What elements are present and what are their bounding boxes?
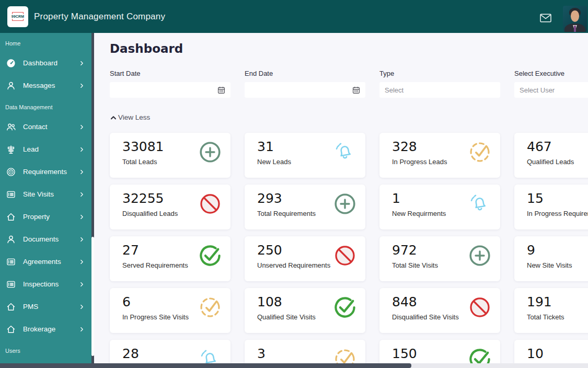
logo-bracket-bottom — [12, 19, 24, 21]
speedometer-icon — [6, 59, 17, 68]
progress-check-icon — [468, 140, 492, 164]
filter-type: TypeSelect — [379, 70, 500, 98]
filter-start-date: Start Date — [110, 70, 230, 98]
person-icon — [6, 81, 17, 90]
sidebar-item-dashboard[interactable]: Dashboard — [0, 52, 91, 74]
header-actions — [540, 2, 588, 32]
stat-card-qualified-leads: 467Qualified Leads — [514, 133, 588, 178]
stat-card-disqualified-leads: 32255Disqualified Leads — [110, 185, 230, 229]
sidebar-item-agreements[interactable]: Agreements — [0, 250, 91, 273]
card-list-icon — [6, 280, 17, 289]
signpost-icon — [6, 145, 17, 154]
filter-end-date: End Date — [245, 70, 365, 98]
horizontal-scrollbar-thumb[interactable] — [0, 363, 411, 368]
view-less-label: View Less — [118, 113, 150, 121]
stat-card-new-leads: 31New Leads — [245, 133, 365, 178]
sidebar-scrollbar-thumb[interactable] — [91, 237, 94, 356]
stat-card-total-tickets: 191Total Tickets — [514, 288, 588, 333]
sidebar-item-site-visits[interactable]: Site Visits — [0, 183, 91, 205]
avatar-face — [571, 10, 579, 22]
check-circle-icon — [333, 295, 357, 319]
sidebar-item-label: Agreements — [23, 258, 61, 266]
sidebar-item-brokerage[interactable]: Brokerage — [0, 318, 91, 340]
stat-value: 467 — [527, 140, 588, 155]
stat-label: Total Tickets — [527, 313, 588, 321]
stat-card-total-leads: 33081Total Leads — [110, 133, 230, 178]
ban-icon — [198, 192, 222, 216]
app-title: Property Management Company — [34, 12, 165, 22]
sidebar-section-label-data-management: Data Management — [0, 97, 91, 116]
sidebar-item-label: Contact — [23, 123, 48, 131]
stat-card-total-requirements: 293Total Requirements — [245, 185, 365, 229]
filters-row: Start DateEnd DateTypeSelectSelect Execu… — [110, 70, 588, 98]
avatar-tie — [574, 26, 576, 32]
chevron-right-icon — [79, 169, 85, 175]
filter-value: Select User — [520, 86, 555, 94]
sidebar-item-lead[interactable]: Lead — [0, 138, 91, 160]
plus-circle-icon — [333, 192, 357, 216]
sidebar-item-label: Brokerage — [23, 325, 55, 333]
chevron-right-icon — [79, 236, 85, 242]
filter-label: Start Date — [110, 70, 230, 77]
filter-label: End Date — [245, 70, 365, 77]
chevron-right-icon — [79, 214, 85, 220]
filter-end-date-input[interactable] — [245, 82, 365, 98]
sidebar-item-label: Inspections — [23, 280, 59, 288]
sidebar-item-label: Dashboard — [23, 59, 57, 67]
sidebar-item-label: Site Visits — [23, 190, 54, 198]
sidebar-item-property[interactable]: Property — [0, 205, 91, 228]
stat-label: In Progress Requirements — [527, 210, 588, 217]
chevron-right-icon — [79, 281, 85, 287]
sidebar-section-label-home: Home — [0, 33, 91, 52]
filter-type-select[interactable]: Select — [379, 82, 500, 98]
stat-card-served-requirements: 27Served Requirements — [110, 236, 230, 281]
calendar-icon — [352, 86, 360, 94]
people-icon — [6, 122, 17, 132]
view-less-toggle[interactable]: View Less — [110, 113, 150, 121]
sidebar-item-documents[interactable]: Documents — [0, 228, 91, 250]
main-content: Dashboard Start DateEnd DateTypeSelectSe… — [94, 33, 588, 368]
filter-select-executive-select[interactable]: Select User — [514, 82, 588, 98]
logo-text: 99CRM — [11, 15, 25, 18]
sidebar-item-label: PMS — [23, 303, 38, 310]
stat-card-in-progress-site-visits: 6In Progress Site Visits — [110, 288, 230, 333]
chevron-right-icon — [79, 124, 85, 130]
sidebar-item-messages[interactable]: Messages — [0, 74, 91, 97]
check-circle-icon — [198, 244, 222, 268]
stat-label: New Site Visits — [527, 261, 588, 269]
house-icon — [6, 302, 17, 312]
filter-start-date-input[interactable] — [110, 82, 230, 98]
sidebar-item-inspections[interactable]: Inspections — [0, 273, 91, 295]
stats-grid: 33081Total Leads31New Leads328In Progres… — [110, 133, 588, 368]
stat-label: Qualified Leads — [527, 158, 588, 166]
ban-icon — [468, 295, 492, 319]
sidebar-item-label: Requirements — [23, 168, 67, 176]
plus-circle-icon — [468, 244, 492, 268]
stat-card-disqualified-site-visits: 848Disqualified Site Visits — [379, 288, 500, 333]
sidebar-item-contact[interactable]: Contact — [0, 116, 91, 138]
logo-bracket-top — [12, 12, 24, 14]
sidebar-section-label-users: Users — [0, 340, 91, 359]
sidebar-item-label: Documents — [23, 235, 59, 243]
card-list-icon — [6, 190, 17, 199]
calendar-icon — [217, 86, 225, 94]
sidebar-scrollbar-track[interactable] — [91, 33, 94, 368]
stat-card-total-site-visits: 972Total Site Visits — [379, 236, 500, 281]
chevron-right-icon — [79, 259, 85, 264]
mail-icon[interactable] — [540, 14, 551, 22]
stat-card-qualified-site-visits: 108Qualified Site Visits — [245, 288, 365, 333]
filter-label: Type — [379, 70, 500, 77]
stat-card-new-site-visits: 9New Site Visits — [514, 236, 588, 281]
stat-card-unserved-requirements: 250Unserved Requirements — [245, 236, 365, 281]
sidebar-item-pms[interactable]: PMS — [0, 295, 91, 318]
bell-icon — [333, 140, 357, 164]
stat-value: 9 — [527, 243, 588, 258]
stat-card-in-progress-leads: 328In Progress Leads — [379, 133, 500, 178]
user-avatar[interactable] — [563, 6, 587, 32]
filter-value: Select — [385, 86, 403, 94]
sidebar: HomeDashboardMessagesData ManagementCont… — [0, 33, 91, 368]
stat-card-new-requirments: 1New Requirments — [379, 185, 500, 229]
sidebar-item-requirements[interactable]: Requirements — [0, 160, 91, 183]
horizontal-scrollbar-track[interactable] — [0, 363, 588, 368]
stat-value: 191 — [527, 295, 588, 310]
